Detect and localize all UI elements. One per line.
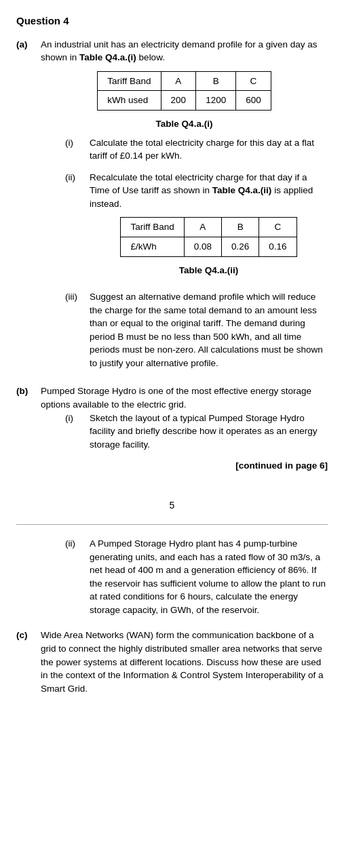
table2-caption: Table Q4.a.(ii) — [90, 264, 328, 277]
table2-header-3: C — [259, 218, 297, 237]
table1-header-0: Tariff Band — [98, 71, 161, 91]
part-a-label: (a) — [16, 38, 41, 378]
sub-part-iii: (iii) Suggest an alternative demand prof… — [65, 290, 328, 370]
part-a: (a) An industrial unit has an electricit… — [16, 38, 328, 378]
table2-header-0: Tariff Band — [121, 218, 184, 237]
part-c: (c) Wide Area Networks (WAN) form the co… — [16, 629, 328, 695]
table1-header-1: A — [161, 71, 196, 91]
table2: Tariff Band A B C £/kWh 0.08 0.26 0.16 — [120, 217, 297, 256]
table2-row1-col0: £/kWh — [121, 237, 184, 256]
part-c-label: (c) — [16, 629, 41, 695]
part-c-content: Wide Area Networks (WAN) form the commun… — [41, 629, 328, 695]
part-b: (b) Pumped Storage Hydro is one of the m… — [16, 384, 328, 486]
sub-ii-label: (ii) — [65, 171, 90, 282]
part-a-content: An industrial unit has an electricity de… — [41, 38, 328, 378]
table2-row1-col3: 0.16 — [259, 237, 297, 256]
table1-row1-col2: 1200 — [196, 91, 236, 111]
b-sub-part-ii-outer: (ii) A Pumped Storage Hydro plant has 4 … — [65, 537, 328, 616]
table1-wrapper: Tariff Band A B C kWh used 200 1200 600 … — [41, 71, 328, 131]
table2-row1-col1: 0.08 — [184, 237, 221, 256]
b-sub-ii-content: A Pumped Storage Hydro plant has 4 pump-… — [90, 537, 328, 616]
sub-ii-content: Recalculate the total electricity charge… — [90, 171, 328, 282]
page-number: 5 — [16, 498, 328, 512]
table1-row1-col1: 200 — [161, 91, 196, 111]
page-divider — [16, 524, 328, 525]
part-b-text: Pumped Storage Hydro is one of the most … — [41, 386, 311, 410]
table1-header-3: C — [236, 71, 271, 91]
part-b-content: Pumped Storage Hydro is one of the most … — [41, 384, 328, 486]
b-sub-i-label: (i) — [65, 412, 90, 452]
part-a-table-ref: Table Q4.a.(i) — [79, 52, 136, 62]
continued-note: [continued in page 6] — [41, 459, 328, 473]
sub-i-content: Calculate the total electricity charge f… — [90, 136, 328, 163]
b-sub-ii-label: (ii) — [65, 537, 90, 616]
table1-caption: Table Q4.a.(i) — [41, 117, 328, 131]
sub-iii-label: (iii) — [65, 290, 90, 370]
table2-header-1: A — [184, 218, 221, 237]
part-a-end-text: below. — [139, 52, 165, 62]
b-sub-i-content: Sketch the layout of a typical Pumped St… — [90, 412, 328, 452]
table2-wrapper: Tariff Band A B C £/kWh 0.08 0.26 0.16 T… — [90, 217, 328, 277]
part-b-label: (b) — [16, 384, 41, 486]
question-title: Question 4 — [16, 14, 328, 28]
sub-ii-table-ref: Table Q4.a.(ii) — [212, 185, 272, 195]
table1-row1-col3: 600 — [236, 91, 271, 111]
table2-row1-col2: 0.26 — [222, 237, 259, 256]
table2-header-2: B — [222, 218, 259, 237]
sub-iii-content: Suggest an alternative demand profile wh… — [90, 290, 328, 370]
table1: Tariff Band A B C kWh used 200 1200 600 — [97, 71, 271, 111]
table1-row1-col0: kWh used — [98, 91, 161, 111]
sub-i-label: (i) — [65, 136, 90, 163]
b-sub-part-i: (i) Sketch the layout of a typical Pumpe… — [65, 412, 328, 452]
table1-header-2: B — [196, 71, 236, 91]
sub-part-i: (i) Calculate the total electricity char… — [65, 136, 328, 163]
sub-part-ii: (ii) Recalculate the total electricity c… — [65, 171, 328, 282]
